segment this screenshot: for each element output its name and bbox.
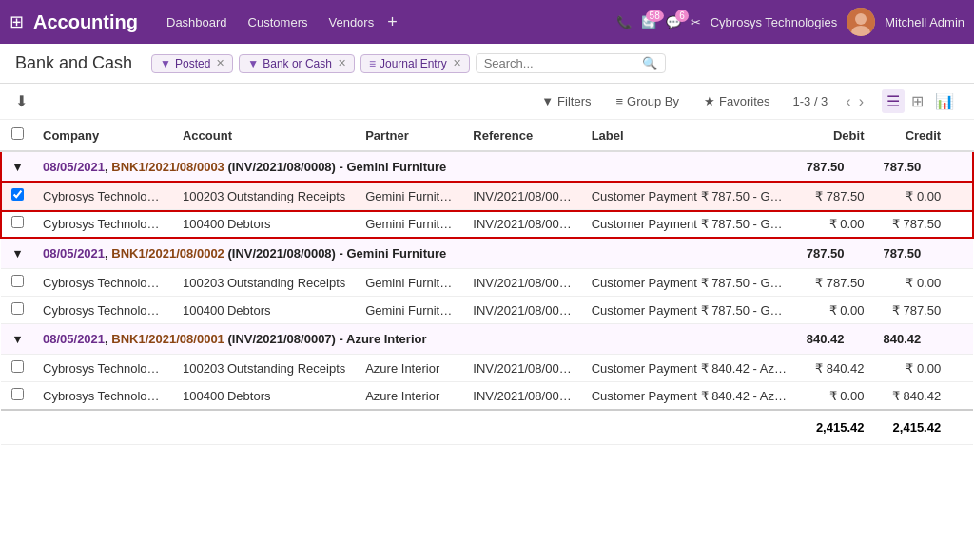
group-row[interactable]: ▾ 08/05/2021, BNK1/2021/08/0003 (INV/202… bbox=[1, 151, 973, 183]
pagination-arrows: ‹ › bbox=[843, 93, 867, 110]
row-actions bbox=[950, 269, 973, 297]
group-expand-cell[interactable]: ▾ bbox=[1, 238, 33, 269]
row-account: 100203 Outstanding Receipts bbox=[173, 183, 356, 210]
prev-page-arrow[interactable]: ‹ bbox=[843, 93, 853, 110]
chart-view-icon[interactable]: 📊 bbox=[930, 89, 959, 113]
nav-vendors[interactable]: Vendors bbox=[321, 11, 381, 33]
row-checkbox[interactable] bbox=[11, 302, 24, 315]
list-view-icon[interactable]: ☰ bbox=[882, 89, 905, 113]
group-credit: 787.50 bbox=[873, 151, 950, 183]
header-actions bbox=[950, 120, 973, 151]
row-checkbox-cell[interactable] bbox=[1, 382, 33, 411]
row-actions bbox=[950, 355, 973, 382]
row-checkbox[interactable] bbox=[11, 275, 24, 287]
list-icon-journal: ≡ bbox=[369, 57, 376, 70]
company-name[interactable]: Cybrosys Technologies bbox=[711, 15, 837, 29]
select-all-checkbox[interactable] bbox=[11, 127, 24, 140]
refresh-badge-wrap[interactable]: 🔄 58 bbox=[641, 15, 656, 29]
search-icon: 🔍 bbox=[642, 56, 657, 70]
filter-funnel-icon: ▼ bbox=[541, 94, 554, 108]
table-row[interactable]: Cybrosys Technologi... 100203 Outstandin… bbox=[1, 355, 973, 382]
header-account: Account bbox=[173, 120, 356, 151]
funnel-icon-posted: ▼ bbox=[160, 57, 171, 70]
apps-icon[interactable]: ⊞ bbox=[10, 11, 24, 32]
row-label: Customer Payment ₹ 787.50 - Gemini... bbox=[582, 183, 797, 210]
funnel-icon-bank: ▼ bbox=[247, 57, 259, 70]
search-input[interactable] bbox=[484, 56, 642, 70]
nav-customers[interactable]: Customers bbox=[241, 11, 316, 33]
row-debit: ₹ 0.00 bbox=[797, 210, 874, 239]
group-expand-cell[interactable]: ▾ bbox=[1, 324, 33, 355]
total-credit: 2,415.42 bbox=[873, 410, 950, 445]
row-partner: Gemini Furnitur... bbox=[356, 269, 463, 297]
nav-dashboard[interactable]: Dashboard bbox=[159, 11, 235, 33]
filter-bank-label: Bank or Cash bbox=[263, 57, 332, 70]
row-partner: Gemini Furnitur... bbox=[356, 297, 463, 324]
filter-posted-close[interactable]: ✕ bbox=[216, 57, 224, 69]
row-checkbox-cell[interactable] bbox=[1, 210, 33, 239]
row-reference: INV/2021/08/0008 bbox=[463, 269, 581, 297]
row-company: Cybrosys Technologi... bbox=[33, 355, 173, 382]
plus-button[interactable]: + bbox=[387, 12, 398, 32]
group-expand-cell[interactable]: ▾ bbox=[1, 151, 33, 183]
phone-icon[interactable]: 📞 bbox=[616, 15, 632, 29]
row-company: Cybrosys Technologi... bbox=[33, 269, 173, 297]
table-row[interactable]: Cybrosys Technologi... 100203 Outstandin… bbox=[1, 183, 973, 210]
row-checkbox-cell[interactable] bbox=[1, 355, 33, 382]
row-credit: ₹ 840.42 bbox=[873, 382, 950, 411]
row-checkbox[interactable] bbox=[11, 388, 24, 400]
group-row[interactable]: ▾ 08/05/2021, BNK1/2021/08/0002 (INV/202… bbox=[1, 238, 973, 269]
row-checkbox[interactable] bbox=[11, 188, 24, 201]
filter-bank-cash[interactable]: ▼ Bank or Cash ✕ bbox=[239, 54, 355, 73]
header-label: Label bbox=[582, 120, 797, 151]
search-box[interactable]: 🔍 bbox=[476, 53, 666, 73]
filter-posted[interactable]: ▼ Posted ✕ bbox=[151, 54, 233, 73]
group-row[interactable]: ▾ 08/05/2021, BNK1/2021/08/0001 (INV/202… bbox=[1, 324, 973, 355]
row-checkbox-cell[interactable] bbox=[1, 183, 33, 210]
next-page-arrow[interactable]: › bbox=[856, 93, 867, 110]
filter-bank-close[interactable]: ✕ bbox=[338, 57, 346, 69]
filters-button[interactable]: ▼ Filters bbox=[534, 91, 598, 111]
grid-view-icon[interactable]: ⊞ bbox=[906, 89, 928, 113]
scissors-icon[interactable]: ✂ bbox=[691, 15, 701, 29]
table-row[interactable]: Cybrosys Technologi... 100400 Debtors Az… bbox=[1, 382, 973, 411]
download-icon[interactable]: ⬇ bbox=[15, 92, 28, 110]
filter-posted-label: Posted bbox=[175, 57, 210, 70]
row-actions bbox=[950, 183, 973, 210]
row-partner: Gemini Furnitur... bbox=[356, 210, 463, 239]
filter-journal-entry[interactable]: ≡ Journal Entry ✕ bbox=[360, 54, 470, 73]
row-checkbox[interactable] bbox=[11, 360, 24, 373]
group-info-cell: 08/05/2021, BNK1/2021/08/0002 (INV/2021/… bbox=[33, 238, 797, 269]
row-checkbox-cell[interactable] bbox=[1, 297, 33, 324]
row-checkbox[interactable] bbox=[11, 216, 24, 228]
table-row[interactable]: Cybrosys Technologi... 100400 Debtors Ge… bbox=[1, 210, 973, 239]
avatar[interactable] bbox=[847, 8, 875, 36]
group-invoice: (INV/2021/08/0008) - Gemini Furniture bbox=[227, 160, 446, 174]
filter-journal-close[interactable]: ✕ bbox=[453, 57, 461, 69]
row-credit: ₹ 0.00 bbox=[873, 355, 950, 382]
row-debit: ₹ 840.42 bbox=[797, 355, 874, 382]
row-account: 100400 Debtors bbox=[173, 210, 356, 239]
groupby-button[interactable]: ≡ Group By bbox=[609, 91, 688, 111]
filter-journal-label: Journal Entry bbox=[380, 57, 447, 70]
group-debit: 787.50 bbox=[797, 238, 874, 269]
group-credit: 840.42 bbox=[873, 324, 950, 355]
group-debit: 787.50 bbox=[797, 151, 874, 183]
chat-badge-wrap[interactable]: 💬 6 bbox=[666, 15, 681, 29]
top-navigation: ⊞ Accounting Dashboard Customers Vendors… bbox=[0, 0, 974, 44]
table-row[interactable]: Cybrosys Technologi... 100203 Outstandin… bbox=[1, 269, 973, 297]
row-checkbox-cell[interactable] bbox=[1, 269, 33, 297]
row-credit: ₹ 0.00 bbox=[873, 183, 950, 210]
filters-label: Filters bbox=[557, 94, 591, 108]
table-row[interactable]: Cybrosys Technologi... 100400 Debtors Ge… bbox=[1, 297, 973, 324]
user-name[interactable]: Mitchell Admin bbox=[885, 15, 964, 29]
row-label: Customer Payment ₹ 787.50 - Gemini... bbox=[582, 210, 797, 239]
row-actions bbox=[950, 382, 973, 411]
row-account: 100400 Debtors bbox=[173, 297, 356, 324]
favorites-button[interactable]: ★ Favorites bbox=[696, 91, 777, 111]
toolbar: ⬇ ▼ Filters ≡ Group By ★ Favorites 1-3 /… bbox=[0, 84, 974, 120]
header-debit: Debit bbox=[797, 120, 874, 151]
topnav-icons: 📞 🔄 58 💬 6 ✂ Cybrosys Technologies Mitch… bbox=[616, 8, 964, 36]
row-debit: ₹ 0.00 bbox=[797, 297, 874, 324]
group-debit: 840.42 bbox=[797, 324, 874, 355]
